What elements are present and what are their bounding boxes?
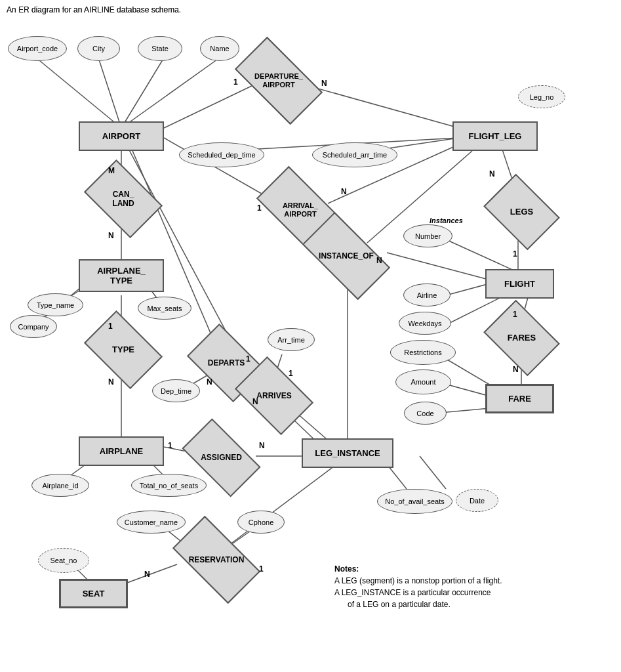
card-legs-1: 1 bbox=[513, 249, 517, 259]
entity-flight-leg: FLIGHT_LEG bbox=[452, 121, 538, 151]
attr-scheduled-dep-time: Scheduled_dep_time bbox=[179, 142, 264, 167]
er-diagram: An ER diagram for an AIRLINE database sc… bbox=[0, 0, 621, 672]
attr-date: Date bbox=[456, 489, 498, 512]
card-type-n: N bbox=[108, 377, 114, 387]
card-can-m: M bbox=[108, 166, 115, 175]
card-dep-1: 1 bbox=[233, 77, 238, 87]
card-assigned-n: N bbox=[259, 441, 265, 450]
attr-weekdays: Weekdays bbox=[399, 312, 451, 335]
card-inst-n: N bbox=[376, 256, 382, 265]
notes-line2: A LEG_INSTANCE is a particular occurrenc… bbox=[334, 587, 584, 598]
card-can-n: N bbox=[108, 231, 114, 240]
svg-line-0 bbox=[36, 58, 121, 128]
svg-line-3 bbox=[121, 58, 220, 128]
entity-flight: FLIGHT bbox=[485, 269, 554, 299]
entity-fare: FARE bbox=[485, 384, 554, 413]
card-assigned-1: 1 bbox=[168, 441, 172, 450]
rel-arrives: ARRIVES bbox=[241, 373, 307, 419]
svg-line-12 bbox=[446, 240, 518, 272]
entity-airplane: AIRPLANE bbox=[79, 436, 164, 466]
card-inst-instances: Instances bbox=[430, 217, 463, 224]
svg-line-5 bbox=[302, 84, 459, 128]
rel-assigned: ASSIGNED bbox=[187, 436, 256, 479]
svg-line-2 bbox=[121, 58, 164, 128]
rel-reservation: RESERVATION bbox=[177, 537, 256, 583]
attr-seat-no: Seat_no bbox=[38, 548, 89, 573]
attr-no-avail-seats: No_of_avail_seats bbox=[377, 489, 452, 514]
attr-city: City bbox=[77, 36, 120, 61]
card-res-1: 1 bbox=[259, 564, 264, 574]
card-type-1: 1 bbox=[108, 322, 113, 331]
attr-state: State bbox=[138, 36, 182, 61]
svg-line-25 bbox=[420, 456, 446, 489]
rel-type: TYPE bbox=[90, 327, 156, 373]
attr-customer-name: Customer_name bbox=[117, 511, 186, 534]
rel-fares: FARES bbox=[491, 315, 553, 361]
rel-departure-airport: DEPARTURE_ AIRPORT bbox=[239, 58, 318, 104]
rel-legs: LEGS bbox=[491, 189, 553, 235]
entity-airplane-type: AIRPLANE_ TYPE bbox=[79, 259, 164, 292]
attr-airline: Airline bbox=[403, 284, 451, 306]
attr-cphone: Cphone bbox=[237, 511, 285, 534]
card-departs-1: 1 bbox=[246, 354, 250, 364]
attr-amount: Amount bbox=[395, 369, 451, 394]
entity-airport: AIRPORT bbox=[79, 121, 164, 151]
attr-leg-no: Leg_no bbox=[518, 85, 565, 108]
notes-section: Notes: A LEG (segment) is a nonstop port… bbox=[334, 563, 584, 610]
notes-title: Notes: bbox=[334, 563, 584, 575]
card-legs-n: N bbox=[489, 169, 495, 178]
svg-line-1 bbox=[98, 58, 121, 128]
caption-text: An ER diagram for an AIRLINE database sc… bbox=[7, 5, 181, 14]
card-arrives-1: 1 bbox=[289, 369, 293, 378]
svg-line-22 bbox=[387, 253, 498, 282]
card-dep-n: N bbox=[321, 79, 327, 88]
card-fares-1: 1 bbox=[513, 310, 517, 319]
entity-leg-instance: LEG_INSTANCE bbox=[302, 438, 393, 468]
attr-scheduled-arr-time: Scheduled_arr_time bbox=[312, 142, 397, 167]
attr-type-name: Type_name bbox=[28, 293, 83, 316]
attr-airplane-id: Airplane_id bbox=[31, 474, 89, 497]
rel-can-land: CAN_ LAND bbox=[90, 176, 156, 222]
attr-company: Company bbox=[10, 315, 57, 338]
attr-max-seats: Max_seats bbox=[138, 297, 191, 320]
attr-arr-time: Arr_time bbox=[268, 328, 315, 351]
notes-line1: A LEG (segment) is a nonstop portion of … bbox=[334, 575, 584, 587]
attr-number: Number bbox=[403, 224, 452, 247]
card-arr-1: 1 bbox=[257, 203, 262, 213]
card-res-n: N bbox=[144, 570, 150, 579]
attr-airport-code: Airport_code bbox=[8, 36, 67, 61]
card-departs-n: N bbox=[207, 377, 212, 387]
attr-code: Code bbox=[404, 402, 447, 425]
rel-instance-of: INSTANCE_OF bbox=[307, 233, 386, 279]
notes-line3: of a LEG on a particular date. bbox=[334, 598, 584, 610]
card-arr-n: N bbox=[341, 187, 347, 196]
entity-seat: SEAT bbox=[59, 579, 128, 608]
attr-name: Name bbox=[200, 36, 239, 61]
card-fares-n: N bbox=[513, 365, 519, 374]
attr-restrictions: Restrictions bbox=[390, 340, 456, 365]
